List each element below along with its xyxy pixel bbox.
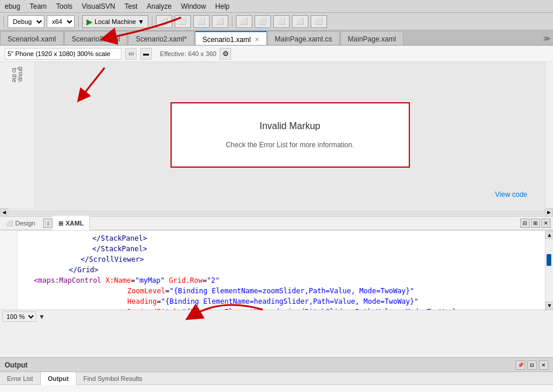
invalid-markup-box: Invalid Markup Check the Error List for …	[171, 102, 410, 168]
tab-scenario1[interactable]: Scenario1.xaml ✕	[195, 31, 267, 45]
editor-mode-tabs: ⬜ Design ↕ ⊞ XAML ⊟ ⊞ ✕	[0, 216, 553, 230]
tab-design[interactable]: ⬜ Design	[0, 216, 41, 230]
editor-tabs-right: ⊟ ⊞ ✕	[520, 218, 553, 228]
toolbar-btn-4[interactable]: ⬜	[212, 15, 228, 28]
output-tab-error-list[interactable]: Error List	[0, 372, 40, 385]
canvas-bottom-scroll[interactable]: ◀ ▶	[0, 208, 553, 216]
main-area: group.to the Invalid Markup Check the Er…	[0, 62, 553, 208]
output-tabs: Error List Output Find Symbol Results	[0, 372, 553, 385]
xaml-line-1: </StackPanel>	[22, 233, 540, 244]
xaml-content: </StackPanel> </StackPanel> </ScrollView…	[0, 231, 553, 310]
toolbar-separator-1	[4, 16, 4, 27]
local-machine-label: Local Machine	[95, 18, 136, 25]
output-tab-find-symbol[interactable]: Find Symbol Results	[76, 372, 149, 385]
menu-analyze[interactable]: Analyze	[142, 1, 176, 12]
output-close-btn[interactable]: ✕	[539, 360, 548, 370]
tabs-scroll-button[interactable]: ≫	[541, 32, 553, 45]
portrait-btn[interactable]: ▭	[125, 48, 137, 60]
toolbar-btn-5[interactable]: ⬜	[236, 15, 252, 28]
debug-select[interactable]: Debug	[8, 15, 44, 28]
xaml-scroll-down[interactable]: ▼	[545, 301, 553, 310]
tab-scenario2-label: Scenario2.xaml*	[135, 35, 186, 43]
xaml-line-6: ZoomLevel="{Binding ElementName=zoomSlid…	[22, 286, 540, 296]
tab-scenario3-label: Scenario3.xaml	[72, 35, 120, 43]
output-pin-btn[interactable]: 📌	[516, 360, 525, 370]
toolbar-btn-9[interactable]: ⬜	[311, 15, 327, 28]
toolbar: Debug x64 ▶ Local Machine ▼ ⬜ ⬜ ⬜ ⬜ ⬜ ⬜ …	[0, 13, 553, 30]
tab-mainpage-cs-label: MainPage.xaml.cs	[275, 35, 332, 43]
design-toolbar: ▭ ▬ Effective: 640 x 360 ⚙	[0, 46, 553, 62]
xaml-editor[interactable]: </StackPanel> </StackPanel> </ScrollView…	[0, 230, 553, 310]
zoom-down-arrow[interactable]: ▼	[39, 313, 45, 320]
menu-help[interactable]: Help	[211, 1, 235, 12]
tab-mainpage-xaml[interactable]: MainPage.xaml	[340, 31, 404, 45]
tab-xaml[interactable]: ⊞ XAML	[53, 216, 90, 230]
tab-mainpage-xaml-label: MainPage.xaml	[348, 35, 397, 43]
menu-test[interactable]: Test	[120, 1, 142, 12]
tab-scenario4[interactable]: Scenario4.xaml	[0, 31, 64, 45]
device-select-input[interactable]	[5, 48, 121, 60]
xaml-scrollbar[interactable]: ▲ ▼	[545, 231, 553, 310]
tab-scenario3[interactable]: Scenario3.xaml	[64, 31, 128, 45]
output-controls: 📌 ⊟ ✕	[516, 360, 548, 370]
settings-btn[interactable]: ⚙	[220, 48, 231, 60]
menu-window[interactable]: Window	[176, 1, 211, 12]
expand-btn-3[interactable]: ✕	[541, 218, 551, 228]
toolbar-separator-2	[78, 16, 79, 27]
menu-team[interactable]: Team	[25, 1, 51, 12]
xaml-tab-label: XAML	[65, 220, 84, 227]
output-panel: Output 📌 ⊟ ✕ Error List Output Find Symb…	[0, 357, 553, 392]
invalid-markup-msg: Check the Error List for more informatio…	[195, 141, 385, 149]
design-canvas: Invalid Markup Check the Error List for …	[35, 62, 545, 208]
xaml-line-2: </StackPanel>	[22, 244, 540, 254]
arch-select[interactable]: x64	[47, 15, 75, 28]
xaml-scroll-indicator	[547, 254, 551, 266]
menu-visualsvn[interactable]: VisualSVN	[77, 1, 120, 12]
xaml-scroll-up[interactable]: ▲	[545, 231, 553, 239]
expand-btn-2[interactable]: ⊞	[531, 218, 540, 228]
xaml-line-8: DesiredPitch="{Binding ElementName=desir…	[22, 307, 540, 310]
tab-scenario1-label: Scenario1.xaml	[203, 36, 251, 44]
svg-line-0	[81, 68, 105, 97]
output-expand-btn[interactable]: ⊟	[527, 360, 537, 370]
toolbar-separator-3	[152, 16, 152, 27]
toolbar-btn-7[interactable]: ⬜	[273, 15, 290, 28]
zoom-row: 100 % ▼	[0, 310, 553, 322]
toolbar-btn-8[interactable]: ⬜	[292, 15, 308, 28]
tab-scenario2[interactable]: Scenario2.xaml*	[128, 31, 194, 45]
menu-tools[interactable]: Tools	[51, 1, 77, 12]
output-header: Output 📌 ⊟ ✕	[0, 358, 553, 372]
effective-resolution-label: Effective: 640 x 360	[160, 50, 216, 57]
xaml-line-3: </ScrollViewer>	[22, 254, 540, 265]
invalid-markup-title: Invalid Markup	[195, 121, 385, 131]
play-icon: ▶	[86, 17, 93, 26]
menu-ebug[interactable]: ebug	[0, 1, 25, 12]
output-tab-output[interactable]: Output	[40, 372, 76, 385]
xaml-icon: ⊞	[58, 220, 63, 227]
left-sidebar-text: group.to the	[11, 67, 24, 83]
tab-scenario1-close[interactable]: ✕	[255, 36, 259, 43]
toolbar-btn-1[interactable]: ⬜	[156, 15, 172, 28]
split-view-btn[interactable]: ↕	[43, 218, 53, 228]
scroll-left-btn[interactable]: ◀	[0, 209, 8, 217]
toolbar-btn-2[interactable]: ⬜	[175, 15, 191, 28]
local-machine-button[interactable]: ▶ Local Machine ▼	[82, 15, 148, 28]
landscape-btn[interactable]: ▬	[140, 48, 152, 60]
xaml-code[interactable]: </StackPanel> </StackPanel> </ScrollView…	[18, 231, 545, 310]
view-code-link[interactable]: View code	[495, 190, 527, 199]
zoom-select[interactable]: 100 %	[2, 311, 36, 322]
tab-mainpage-cs[interactable]: MainPage.xaml.cs	[267, 31, 340, 45]
toolbar-btn-3[interactable]: ⬜	[193, 15, 210, 28]
output-title: Output	[5, 361, 27, 369]
xaml-line-4: </Grid>	[22, 265, 540, 275]
dropdown-arrow: ▼	[138, 18, 144, 25]
expand-btn-1[interactable]: ⊟	[520, 218, 530, 228]
canvas-scrollbar[interactable]	[545, 62, 553, 208]
menubar: ebug Team Tools VisualSVN Test Analyze W…	[0, 0, 553, 13]
xaml-line-7: Heading="{Binding ElementName=headingSli…	[22, 296, 540, 307]
design-icon: ⬜	[6, 220, 13, 227]
toolbar-btn-6[interactable]: ⬜	[255, 15, 271, 28]
scroll-right-btn[interactable]: ▶	[545, 209, 553, 217]
xaml-line-5: <maps:MapControl X:Name="myMap" Grid.Row…	[22, 275, 540, 286]
design-tab-label: Design	[15, 220, 35, 227]
